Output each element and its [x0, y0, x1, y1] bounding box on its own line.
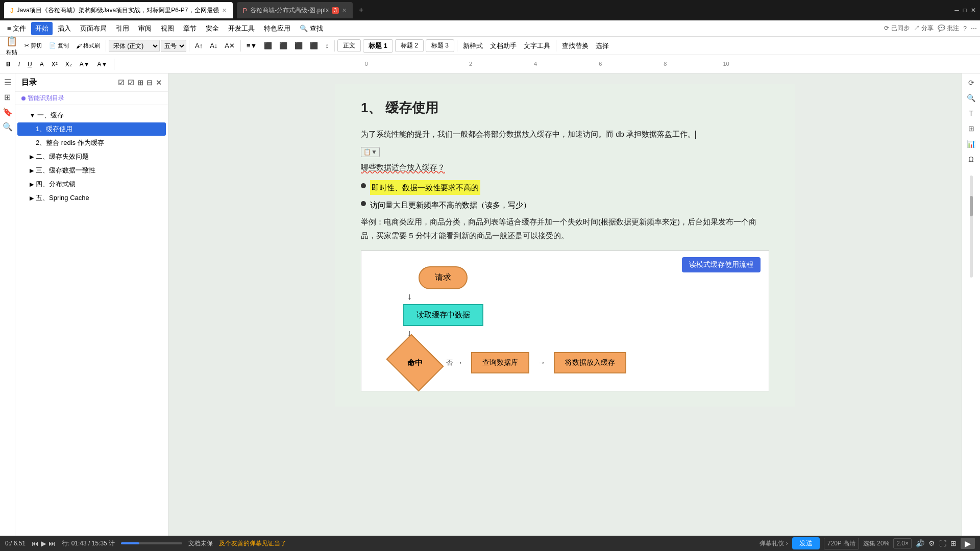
copy-button[interactable]: 📄复制	[46, 40, 72, 51]
align-justify[interactable]: ⬛	[307, 40, 321, 51]
font-color-button[interactable]: A	[37, 59, 47, 69]
checkbox2-icon[interactable]: ☑	[128, 79, 134, 87]
window-minimize-icon[interactable]: ─	[954, 7, 959, 14]
close-sidebar-icon[interactable]: ✕	[156, 79, 162, 87]
toolbar-1: 📋 粘贴 ✂剪切 📄复制 🖌格式刷 宋体 (正文) 五号 A↑ A↓ A✕ ≡▼…	[0, 37, 980, 55]
rs-icon-3[interactable]: T	[969, 109, 973, 117]
new-style-button[interactable]: 新样式	[460, 40, 486, 52]
bookmark-icon[interactable]: 🔖	[3, 107, 13, 117]
style-h1-btn[interactable]: 标题 1	[363, 39, 393, 53]
pip-icon[interactable]: ⊞	[950, 539, 957, 547]
menu-yinyong[interactable]: 引用	[112, 22, 133, 35]
tab-2[interactable]: P 谷粒商城-分布式高级-图.pptx 3 ✕	[237, 2, 353, 18]
clear-format-button[interactable]: A✕	[222, 40, 238, 51]
tab-1[interactable]: J Java项目《谷粒商城》架构师级Java项目实战，对标阿里P6-P7，全网最…	[4, 2, 233, 18]
fullscreen-icon[interactable]: ⛶	[939, 539, 946, 547]
danmu-gift[interactable]: 弹幕礼仪 ›	[760, 539, 788, 548]
toc-item-one-two[interactable]: 2、整合 redis 作为缓存	[17, 136, 166, 149]
font-name-select[interactable]: 宋体 (正文)	[109, 40, 160, 52]
list-options[interactable]: ≡▼	[243, 40, 260, 51]
zoom-icon[interactable]: 🔍	[3, 122, 13, 132]
decrease-font-button[interactable]: A↓	[207, 40, 220, 51]
minus-icon[interactable]: ⊟	[146, 79, 153, 87]
doc-page: 1、 缓存使用 为了系统性能的提升，我们一般都会将部分数据放入缓存中，加速访问。…	[335, 84, 795, 407]
paste-button[interactable]: 📋 粘贴	[3, 34, 20, 58]
subscript-button[interactable]: X₂	[62, 59, 75, 69]
menu-teseying[interactable]: 特色应用	[260, 22, 295, 35]
line-spacing[interactable]: ↕	[322, 40, 332, 51]
checkbox-icon[interactable]: ☑	[118, 79, 125, 87]
skip-fwd-button[interactable]: ⏭	[48, 539, 56, 547]
font-size-select[interactable]: 五号	[161, 40, 186, 52]
menu-kaifagongju[interactable]: 开发工具	[224, 22, 259, 35]
zoom-level[interactable]: 2.0×	[893, 538, 912, 548]
outline-icon[interactable]: ☰	[4, 78, 11, 87]
text-tool-button[interactable]: 文字工具	[521, 40, 553, 52]
resolution-label[interactable]: 720P 高清	[824, 538, 859, 549]
toc-item-one[interactable]: ▼ 一、缓存	[17, 109, 166, 122]
content-area[interactable]: 1、 缓存使用 为了系统性能的提升，我们一般都会将部分数据放入缓存中，加速访问。…	[168, 73, 962, 536]
menu-shenyue[interactable]: 审阅	[134, 22, 156, 35]
underline-button[interactable]: U	[24, 59, 35, 69]
toc-item-three[interactable]: ▶ 三、缓存数据一致性	[17, 164, 166, 177]
volume-icon[interactable]: 🔊	[916, 539, 924, 547]
align-right[interactable]: ⬛	[291, 40, 306, 51]
menu-anquan[interactable]: 安全	[202, 22, 223, 35]
paste-float-icon[interactable]: 📋▼	[361, 147, 769, 157]
style-h3-btn[interactable]: 标题 3	[426, 39, 454, 52]
menu-search[interactable]: 🔍 查找	[296, 22, 327, 35]
menu-charu[interactable]: 插入	[54, 22, 75, 35]
scrollbar-thumb[interactable]	[970, 196, 973, 216]
align-left[interactable]: ⬛	[261, 40, 275, 51]
rs-icon-5[interactable]: 📊	[967, 140, 975, 148]
bold-button[interactable]: B	[3, 59, 14, 69]
tab1-close-icon[interactable]: ✕	[222, 7, 227, 14]
rs-icon-1[interactable]: ⟳	[968, 79, 974, 87]
select-pct-label[interactable]: 选集 20%	[863, 539, 889, 548]
menu-shitu[interactable]: 视图	[157, 22, 178, 35]
play-button[interactable]: ▶	[41, 539, 46, 547]
fc-diamond: 命中	[386, 334, 444, 391]
rs-icon-6[interactable]: Ω	[968, 155, 973, 163]
send-button[interactable]: 发送	[792, 537, 820, 549]
menu-zhangjie[interactable]: 章节	[179, 22, 201, 35]
cut-button[interactable]: ✂剪切	[21, 40, 45, 51]
increase-font-button[interactable]: A↑	[192, 40, 206, 51]
sync-icon[interactable]: ⟳ 已同步	[884, 24, 909, 33]
menu-hamburger[interactable]: ≡ 文件	[3, 22, 30, 35]
style-normal-btn[interactable]: 正文	[337, 39, 361, 52]
style-h2-btn[interactable]: 标题 2	[395, 39, 424, 52]
settings-icon[interactable]: ⚙	[928, 539, 935, 547]
rs-icon-4[interactable]: ⊞	[968, 124, 974, 133]
format-brush-button[interactable]: 🖌格式刷	[73, 40, 103, 51]
comment-icon[interactable]: 💬 批注	[938, 24, 959, 33]
toc-item-five[interactable]: ▶ 五、Spring Cache	[17, 191, 166, 205]
rs-icon-2[interactable]: 🔍	[967, 94, 975, 102]
help-icon[interactable]: ?	[963, 25, 967, 32]
plus-icon[interactable]: ⊞	[137, 79, 143, 87]
share-icon[interactable]: ↗ 分享	[914, 24, 934, 33]
toc-item-four[interactable]: ▶ 四、分布式锁	[17, 178, 166, 191]
bg-color-button[interactable]: A▼	[94, 59, 111, 69]
toc-item-two[interactable]: ▶ 二、缓存失效问题	[17, 150, 166, 163]
window-restore-icon[interactable]: □	[963, 7, 967, 14]
align-center[interactable]: ⬛	[276, 40, 290, 51]
select-button[interactable]: 选择	[593, 40, 612, 52]
add-tab-button[interactable]: +	[359, 6, 363, 15]
scrollbar-track[interactable]	[970, 176, 973, 278]
italic-button[interactable]: I	[15, 59, 23, 69]
toc-item-one-one[interactable]: 1、缓存使用	[17, 122, 166, 136]
window-close-icon[interactable]: ✕	[971, 7, 976, 14]
tab2-close-icon[interactable]: ✕	[342, 7, 347, 14]
skip-back-button[interactable]: ⏮	[32, 539, 39, 547]
menu-kaishi[interactable]: 开始	[31, 22, 53, 35]
video-play-large-button[interactable]: ▶	[961, 538, 975, 549]
doc-helper-button[interactable]: 文档助手	[487, 40, 520, 52]
text-highlight-button[interactable]: A▼	[77, 59, 93, 69]
more-icon[interactable]: ⋯	[971, 25, 977, 32]
menu-pagebg[interactable]: 页面布局	[76, 22, 111, 35]
find-replace-button[interactable]: 查找替换	[559, 40, 592, 52]
thumbnail-icon[interactable]: ⊞	[4, 92, 11, 102]
progress-bar[interactable]	[121, 542, 182, 544]
superscript-button[interactable]: X²	[48, 59, 61, 69]
